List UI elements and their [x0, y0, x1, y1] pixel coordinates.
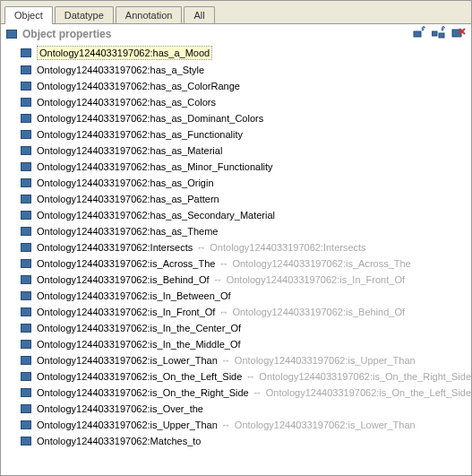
property-label: Ontology1244033197062:is_Over_the	[37, 402, 203, 415]
property-row[interactable]: Ontology1244033197062:is_On_the_Right_Si…	[1, 385, 471, 401]
property-label: Ontology1244033197062:has_a_Mood	[37, 46, 212, 60]
property-label: Ontology1244033197062:has_as_Secondary_M…	[37, 209, 275, 221]
object-property-icon	[21, 356, 31, 365]
inverse-arrow-icon: ↔	[221, 354, 231, 367]
property-row[interactable]: Ontology1244033197062:has_as_Origin	[1, 175, 471, 191]
properties-panel: Object properties Ontology1244033197062:…	[1, 24, 471, 475]
property-row[interactable]: Ontology1244033197062:has_as_Material	[1, 143, 471, 159]
inverse-arrow-icon: ↔	[253, 386, 262, 399]
property-label: Ontology1244033197062:has_as_Functionali…	[37, 128, 243, 141]
inverse-arrow-icon: ↔	[221, 419, 231, 431]
svg-rect-2	[439, 33, 444, 38]
property-row[interactable]: Ontology1244033197062:has_as_ColorRange	[1, 78, 471, 94]
property-row[interactable]: Ontology1244033197062:has_as_Secondary_M…	[1, 207, 471, 223]
property-row[interactable]: Ontology1244033197062:has_a_Style	[1, 62, 471, 78]
object-property-icon	[21, 388, 31, 397]
property-label: Ontology1244033197062:has_as_Colors	[37, 96, 216, 108]
tab-bar: Object Datatype Annotation All	[1, 1, 471, 24]
property-label: Ontology1244033197062:has_as_Theme	[37, 225, 218, 238]
property-row[interactable]: Ontology1244033197062:is_In_the_Middle_O…	[1, 336, 471, 352]
header-tools	[412, 26, 466, 40]
property-label: Ontology1244033197062:Intersects	[37, 241, 193, 254]
add-sibling-icon[interactable]	[412, 26, 426, 40]
property-tree: Ontology1244033197062:has_a_MoodOntology…	[1, 44, 471, 453]
object-property-icon	[21, 275, 31, 284]
property-row[interactable]: Ontology1244033197062:has_as_Functionali…	[1, 126, 471, 143]
panel-header: Object properties	[1, 24, 471, 44]
object-property-icon	[21, 162, 31, 171]
property-label: Ontology1244033197062:Matches_to	[37, 435, 201, 447]
inverse-arrow-icon: ↔	[213, 273, 223, 286]
property-label: Ontology1244033197062:has_as_Dominant_Co…	[37, 112, 263, 125]
property-row[interactable]: Ontology1244033197062:has_as_Pattern	[1, 191, 471, 207]
property-label: Ontology1244033197062:has_a_Style	[37, 64, 204, 76]
property-row[interactable]: Ontology1244033197062:has_as_Dominant_Co…	[1, 110, 471, 126]
property-label: Ontology1244033197062:is_On_the_Left_Sid…	[37, 370, 242, 383]
inverse-label: Ontology1244033197062:is_Across_The	[232, 257, 410, 270]
object-property-icon	[21, 340, 31, 349]
inverse-arrow-icon: ↔	[219, 306, 228, 318]
property-label: Ontology1244033197062:has_as_Minor_Funct…	[37, 160, 273, 173]
property-row[interactable]: Ontology1244033197062:is_Upper_Than↔Onto…	[1, 417, 471, 433]
property-label: Ontology1244033197062:is_Behind_Of	[37, 273, 210, 286]
object-property-icon	[21, 178, 31, 187]
object-property-icon	[21, 114, 31, 123]
object-property-icon	[21, 404, 31, 413]
property-row[interactable]: Ontology1244033197062:is_Across_The↔Onto…	[1, 255, 471, 272]
property-label: Ontology1244033197062:has_as_Origin	[37, 177, 214, 189]
property-row[interactable]: Ontology1244033197062:is_On_the_Left_Sid…	[1, 368, 471, 385]
inverse-label: Ontology1244033197062:is_Lower_Than	[235, 419, 416, 431]
object-property-icon	[21, 65, 31, 74]
tab-object[interactable]: Object	[4, 6, 53, 24]
property-label: Ontology1244033197062:has_as_ColorRange	[37, 80, 240, 92]
property-row[interactable]: Ontology1244033197062:is_In_the_Center_O…	[1, 320, 471, 336]
inverse-label: Ontology1244033197062:is_On_the_Right_Si…	[259, 370, 471, 383]
object-property-icon	[21, 324, 31, 333]
inverse-label: Ontology1244033197062:is_Upper_Than	[235, 354, 416, 367]
property-row[interactable]: Ontology1244033197062:is_Behind_Of↔Ontol…	[1, 272, 471, 288]
object-property-icon	[21, 307, 31, 316]
object-property-icon	[21, 243, 31, 252]
svg-rect-1	[432, 31, 437, 36]
object-property-icon	[21, 259, 31, 268]
add-child-icon[interactable]	[432, 26, 446, 40]
property-row[interactable]: Ontology1244033197062:has_as_Theme	[1, 223, 471, 239]
object-property-icon	[21, 372, 31, 381]
property-row[interactable]: Ontology1244033197062:has_a_Mood	[1, 44, 471, 62]
property-row[interactable]: Ontology1244033197062:is_Over_the	[1, 401, 471, 417]
object-property-icon	[6, 30, 17, 39]
object-property-icon	[21, 211, 31, 220]
svg-rect-0	[414, 31, 421, 37]
inverse-arrow-icon: ↔	[219, 257, 228, 270]
object-property-icon	[21, 130, 31, 139]
tab-datatype[interactable]: Datatype	[55, 6, 114, 23]
delete-icon[interactable]	[451, 26, 466, 40]
property-label: Ontology1244033197062:is_In_Between_Of	[37, 290, 231, 302]
property-label: Ontology1244033197062:is_On_the_Right_Si…	[37, 386, 249, 399]
property-label: Ontology1244033197062:has_as_Material	[37, 144, 222, 157]
object-property-icon	[21, 437, 31, 446]
property-row[interactable]: Ontology1244033197062:Intersects↔Ontolog…	[1, 239, 471, 255]
object-property-icon	[21, 48, 31, 57]
object-property-icon	[21, 420, 31, 429]
property-row[interactable]: Ontology1244033197062:is_In_Front_Of↔Ont…	[1, 304, 471, 320]
property-row[interactable]: Ontology1244033197062:has_as_Colors	[1, 94, 471, 110]
object-property-icon	[21, 82, 31, 91]
tab-all[interactable]: All	[184, 6, 214, 23]
inverse-arrow-icon: ↔	[196, 241, 206, 254]
inverse-label: Ontology1244033197062:is_Behind_Of	[232, 306, 405, 318]
inverse-label: Ontology1244033197062:Intersects	[210, 241, 365, 254]
property-row[interactable]: Ontology1244033197062:has_as_Minor_Funct…	[1, 159, 471, 175]
property-label: Ontology1244033197062:is_Lower_Than	[37, 354, 218, 367]
inverse-label: Ontology1244033197062:is_On_the_Left_Sid…	[266, 386, 471, 399]
object-property-icon	[21, 227, 31, 236]
object-property-icon	[21, 98, 31, 107]
inverse-arrow-icon: ↔	[245, 370, 255, 383]
property-label: Ontology1244033197062:is_Across_The	[37, 257, 215, 270]
property-row[interactable]: Ontology1244033197062:is_In_Between_Of	[1, 288, 471, 304]
inverse-label: Ontology1244033197062:is_In_Front_Of	[227, 273, 405, 286]
property-label: Ontology1244033197062:is_In_Front_Of	[37, 306, 215, 318]
property-row[interactable]: Ontology1244033197062:Matches_to	[1, 433, 471, 449]
tab-annotation[interactable]: Annotation	[116, 6, 183, 23]
property-row[interactable]: Ontology1244033197062:is_Lower_Than↔Onto…	[1, 352, 471, 368]
